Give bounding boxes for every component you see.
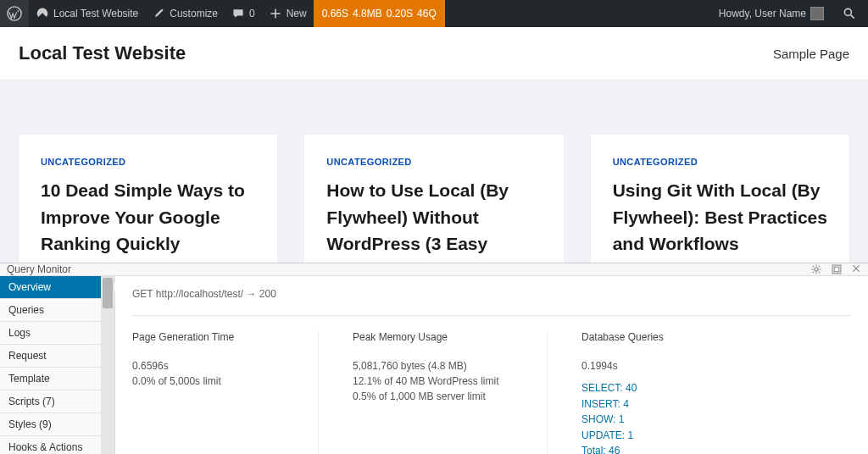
customize-link[interactable]: Customize — [145, 0, 225, 27]
new-text: New — [287, 8, 307, 19]
post-category[interactable]: UNCATEGORIZED — [326, 157, 541, 167]
mem-wp-limit: 12.1% of 40 MB WordPress limit — [353, 374, 513, 389]
page-gen-limit: 0.0% of 5,000s limit — [132, 374, 284, 389]
svg-point-1 — [844, 8, 851, 15]
col-heading: Page Generation Time — [132, 331, 284, 343]
dock-icon[interactable] — [831, 263, 843, 275]
admin-bar-right: Howdy, User Name — [712, 0, 868, 27]
db-update-link[interactable]: UPDATE: 1 — [581, 428, 664, 444]
qm-tab-hooks[interactable]: Hooks & Actions — [0, 436, 114, 454]
qm-tab-overview[interactable]: Overview — [0, 276, 114, 299]
post-category[interactable]: UNCATEGORIZED — [41, 157, 255, 167]
comment-icon — [231, 7, 245, 20]
db-time: 0.1994s — [581, 358, 664, 374]
qm-tab-queries[interactable]: Queries — [0, 299, 114, 322]
search-icon[interactable] — [837, 7, 861, 20]
post-title[interactable]: How to Use Local (By Flywheel) Without W… — [326, 177, 541, 257]
query-monitor-stats[interactable]: 0.66S 4.8MB 0.20S 46Q — [314, 0, 445, 27]
page-gen-time: 0.6596s — [132, 358, 284, 374]
svg-point-2 — [815, 268, 818, 271]
col-heading: Peak Memory Usage — [353, 331, 513, 343]
qm-stat-dbtime: 0.20S — [387, 8, 413, 19]
qm-body: Overview Queries Logs Request Template S… — [0, 276, 868, 454]
db-total-link[interactable]: Total: 46 — [581, 443, 664, 454]
query-monitor-panel: Query Monitor Overview Queries Logs Requ… — [0, 263, 868, 454]
qm-tab-template[interactable]: Template — [0, 368, 114, 390]
qm-col-db: Database Queries 0.1994s SELECT: 40 INSE… — [581, 331, 698, 454]
brush-icon — [152, 7, 165, 20]
post-title[interactable]: Using Git With Local (By Flywheel): Best… — [613, 177, 827, 257]
post-card[interactable]: UNCATEGORIZED 10 Dead Simple Ways to Imp… — [19, 135, 277, 280]
svg-rect-4 — [834, 267, 839, 272]
qm-col-memory: Peak Memory Usage 5,081,760 bytes (4.8 M… — [353, 331, 548, 454]
qm-tab-logs[interactable]: Logs — [0, 322, 114, 345]
comments-link[interactable]: 0 — [225, 0, 262, 27]
qm-header-controls — [810, 263, 861, 275]
qm-title: Query Monitor — [7, 263, 71, 275]
qm-stat-mem: 4.8MB — [353, 8, 382, 19]
user-menu[interactable]: Howdy, User Name — [712, 0, 831, 27]
divider — [132, 315, 851, 316]
site-name-menu[interactable]: Local Test Website — [29, 0, 145, 27]
qm-col-page-gen: Page Generation Time 0.6596s 0.0% of 5,0… — [132, 331, 319, 454]
post-title[interactable]: 10 Dead Simple Ways to Improve Your Goog… — [41, 177, 255, 257]
db-show-link[interactable]: SHOW: 1 — [581, 412, 664, 428]
qm-tab-request[interactable]: Request — [0, 345, 114, 368]
nav-sample-page[interactable]: Sample Page — [773, 47, 849, 61]
avatar — [810, 7, 824, 20]
scrollbar-thumb[interactable] — [103, 278, 113, 308]
qm-stat-time: 0.66S — [322, 8, 348, 19]
admin-bar-left: Local Test Website Customize 0 New 0.66S… — [0, 0, 445, 27]
site-name-text: Local Test Website — [53, 8, 138, 19]
qm-header: Query Monitor — [0, 263, 868, 276]
qm-tab-scripts[interactable]: Scripts (7) — [0, 390, 114, 413]
site-header: Local Test Website Sample Page — [0, 27, 868, 80]
post-category[interactable]: UNCATEGORIZED — [613, 157, 827, 167]
mem-bytes: 5,081,760 bytes (4.8 MB) — [353, 358, 513, 374]
svg-rect-3 — [832, 265, 841, 274]
comment-count: 0 — [249, 8, 255, 19]
db-insert-link[interactable]: INSERT: 4 — [581, 396, 664, 412]
qm-main: GET http://localhost/test/ → 200 Page Ge… — [115, 276, 868, 454]
qm-stat-dbq: 46Q — [417, 8, 437, 19]
qm-tab-styles[interactable]: Styles (9) — [0, 413, 114, 436]
qm-sidebar-scrollbar[interactable] — [101, 276, 114, 454]
site-title[interactable]: Local Test Website — [19, 42, 186, 64]
post-card[interactable]: UNCATEGORIZED How to Use Local (By Flywh… — [304, 135, 563, 280]
post-grid: UNCATEGORIZED 10 Dead Simple Ways to Imp… — [0, 80, 868, 280]
qm-overview-columns: Page Generation Time 0.6596s 0.0% of 5,0… — [132, 331, 851, 454]
mem-server-limit: 0.5% of 1,000 MB server limit — [353, 389, 513, 404]
gear-icon[interactable] — [810, 263, 822, 275]
dashboard-icon — [36, 7, 49, 20]
post-card[interactable]: UNCATEGORIZED Using Git With Local (By F… — [591, 135, 849, 280]
col-heading: Database Queries — [581, 331, 664, 343]
db-select-link[interactable]: SELECT: 40 — [581, 380, 664, 396]
qm-request-line: GET http://localhost/test/ → 200 — [132, 288, 851, 300]
wordpress-icon — [7, 6, 22, 21]
new-content-link[interactable]: New — [262, 0, 314, 27]
customize-text: Customize — [170, 8, 218, 19]
wp-logo-menu[interactable] — [0, 0, 29, 27]
plus-icon — [269, 7, 282, 20]
qm-sidebar: Overview Queries Logs Request Template S… — [0, 276, 115, 454]
howdy-text: Howdy, User Name — [719, 8, 806, 19]
close-icon[interactable] — [851, 263, 861, 275]
wp-admin-bar: Local Test Website Customize 0 New 0.66S… — [0, 0, 868, 27]
